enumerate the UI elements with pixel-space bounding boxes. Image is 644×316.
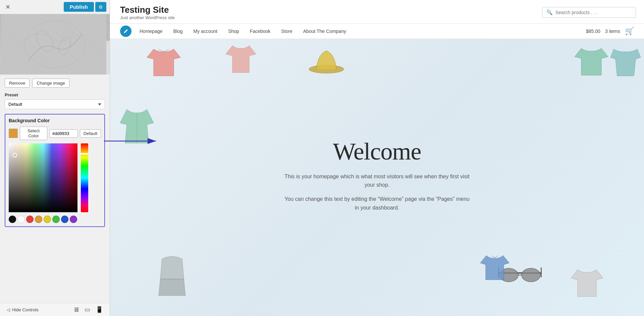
nav-store[interactable]: Store bbox=[276, 24, 298, 39]
svg-point-2 bbox=[33, 28, 57, 55]
swatch-white[interactable] bbox=[17, 216, 25, 223]
panel-content: Remove Change image Preset Default Backg… bbox=[0, 75, 110, 303]
preset-select[interactable]: Default bbox=[5, 99, 105, 109]
hue-handle bbox=[81, 153, 88, 155]
hue-strip[interactable] bbox=[81, 143, 88, 212]
svg-rect-0 bbox=[1, 14, 109, 75]
hero-desc2: You can change this text by editing the … bbox=[283, 195, 471, 212]
site-header: Testing Site Just another WordPress site… bbox=[110, 0, 644, 24]
hex-input[interactable] bbox=[49, 129, 78, 138]
thumbnail-area bbox=[0, 14, 110, 75]
swatch-red[interactable] bbox=[26, 216, 34, 223]
preset-label: Preset bbox=[5, 92, 105, 97]
nav-homepage[interactable]: Homepage bbox=[134, 24, 168, 39]
hero-content: Welcome This is your homepage which is w… bbox=[283, 138, 471, 217]
cart-price: $85.00 bbox=[586, 29, 600, 34]
swatch-blue[interactable] bbox=[61, 216, 68, 223]
search-box: 🔍 bbox=[542, 7, 636, 18]
publish-button[interactable]: Publish bbox=[64, 2, 94, 12]
hero-desc1: This is your homepage which is what most… bbox=[283, 172, 471, 189]
left-panel: ✕ Publish ⚙ Re bbox=[0, 0, 110, 316]
nav-right: $85.00 3 items 🛒 bbox=[586, 27, 634, 36]
desktop-icon[interactable]: 🖥 bbox=[73, 306, 79, 313]
change-image-button[interactable]: Change image bbox=[32, 79, 69, 88]
gear-button[interactable]: ⚙ bbox=[95, 2, 106, 12]
close-button[interactable]: ✕ bbox=[3, 3, 12, 11]
svg-point-1 bbox=[25, 21, 85, 68]
select-color-button[interactable]: Select Color bbox=[20, 127, 47, 140]
svg-rect-9 bbox=[541, 267, 542, 277]
nav-myaccount[interactable]: My account bbox=[188, 24, 223, 39]
site-tagline: Just another WordPress site bbox=[120, 15, 175, 20]
thumbnail-image bbox=[0, 14, 110, 75]
svg-rect-10 bbox=[498, 272, 542, 274]
svg-rect-8 bbox=[498, 267, 499, 277]
edit-icon-circle[interactable] bbox=[120, 26, 131, 37]
swatch-yellow[interactable] bbox=[44, 216, 51, 223]
image-action-row: Remove Change image bbox=[5, 79, 105, 88]
remove-button[interactable]: Remove bbox=[5, 79, 30, 88]
swatch-black[interactable] bbox=[9, 216, 16, 223]
color-row: Select Color Default bbox=[9, 127, 101, 140]
default-button[interactable]: Default bbox=[80, 129, 101, 138]
swatch-orange[interactable] bbox=[35, 216, 42, 223]
svg-point-6 bbox=[309, 65, 344, 73]
bottom-bar: ◁ Hide Controls 🖥 ▭ 📱 bbox=[0, 303, 110, 316]
hide-controls-button[interactable]: ◁ Hide Controls bbox=[7, 307, 39, 312]
nav-blog[interactable]: Blog bbox=[168, 24, 188, 39]
search-input[interactable] bbox=[555, 10, 632, 15]
bg-color-title: Background Color bbox=[9, 118, 101, 123]
chevron-left-icon: ◁ bbox=[7, 307, 10, 312]
mobile-icon[interactable]: 📱 bbox=[96, 306, 103, 313]
nav-bar: Homepage Blog My account Shop Facebook S… bbox=[110, 24, 644, 39]
svg-point-3 bbox=[57, 36, 73, 57]
right-panel: Testing Site Just another WordPress site… bbox=[110, 0, 644, 316]
color-picker-area bbox=[9, 143, 101, 212]
publish-area: Publish ⚙ bbox=[64, 2, 106, 12]
swatch-purple[interactable] bbox=[70, 216, 77, 223]
swatch-green[interactable] bbox=[52, 216, 60, 223]
hero-section: Welcome This is your homepage which is w… bbox=[110, 39, 644, 316]
tablet-icon[interactable]: ▭ bbox=[85, 306, 90, 313]
site-title-area: Testing Site Just another WordPress site bbox=[120, 5, 175, 20]
scrollbar-thumb bbox=[106, 14, 110, 41]
svg-point-11 bbox=[499, 268, 518, 282]
cart-items: 3 items bbox=[605, 29, 620, 34]
hide-controls-label: Hide Controls bbox=[12, 307, 39, 312]
hero-title: Welcome bbox=[283, 138, 471, 166]
device-icons: 🖥 ▭ 📱 bbox=[73, 306, 103, 313]
swatches-row bbox=[9, 216, 101, 223]
nav-left: Homepage Blog My account Shop Facebook S… bbox=[120, 24, 352, 39]
cart-icon[interactable]: 🛒 bbox=[625, 27, 634, 36]
color-swatch[interactable] bbox=[9, 129, 18, 138]
svg-point-12 bbox=[522, 268, 540, 282]
nav-shop[interactable]: Shop bbox=[223, 24, 245, 39]
nav-about[interactable]: About The Company bbox=[298, 24, 352, 39]
color-gradient-canvas[interactable] bbox=[9, 143, 77, 212]
bg-color-section: Background Color Select Color Default bbox=[5, 114, 105, 227]
nav-facebook[interactable]: Facebook bbox=[245, 24, 276, 39]
search-icon: 🔍 bbox=[546, 9, 553, 15]
top-bar: ✕ Publish ⚙ bbox=[0, 0, 110, 14]
site-title: Testing Site bbox=[120, 5, 175, 15]
scrollbar[interactable] bbox=[106, 14, 110, 75]
